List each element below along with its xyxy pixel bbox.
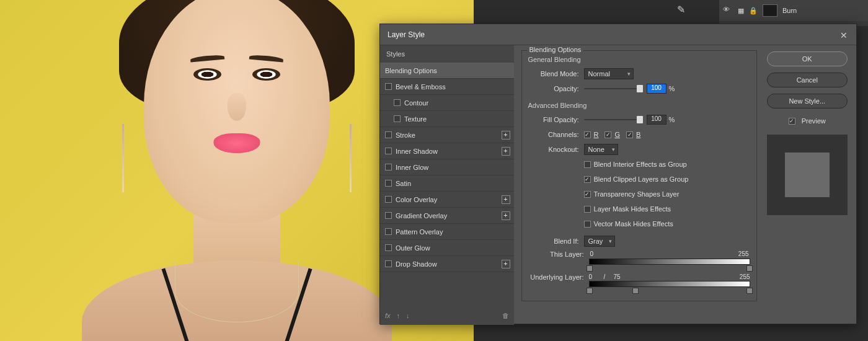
add-icon[interactable]: +	[502, 211, 510, 220]
checkbox[interactable]	[385, 148, 392, 154]
styles-header: Styles	[380, 45, 514, 63]
fill-opacity-input[interactable]: 100	[647, 115, 666, 125]
fill-opacity-slider[interactable]	[584, 119, 643, 120]
layers-panel: 👁 ▦ 🔒 Burn	[719, 0, 868, 26]
checkbox[interactable]	[385, 244, 392, 251]
layer-name[interactable]: Burn	[782, 7, 797, 14]
fill-opacity-label: Fill Opacity:	[528, 116, 584, 123]
checkbox[interactable]	[385, 260, 392, 267]
transparency-shapes-checkbox[interactable]	[584, 191, 591, 198]
this-layer-hi: 255	[738, 250, 749, 257]
blend-if-label: Blend If:	[528, 237, 584, 245]
fx-menu-icon[interactable]: fx	[385, 312, 391, 319]
style-inner-shadow[interactable]: Inner Shadow+	[380, 143, 514, 159]
preview-label: Preview	[802, 117, 826, 125]
style-stroke[interactable]: Stroke+	[380, 127, 514, 143]
blend-mode-select[interactable]: Normal	[584, 68, 634, 79]
add-icon[interactable]: +	[502, 131, 510, 140]
knockout-select[interactable]: None	[584, 144, 618, 155]
add-icon[interactable]: +	[502, 147, 510, 156]
add-icon[interactable]: +	[502, 195, 510, 204]
underlying-hi: 255	[740, 273, 750, 280]
checkbox[interactable]	[385, 196, 392, 203]
portrait-image	[107, 0, 367, 341]
style-bevel-emboss[interactable]: Bevel & Emboss	[380, 79, 514, 95]
dialog-title: Layer Style	[388, 30, 425, 39]
preview-swatch-inner	[785, 153, 830, 197]
close-icon[interactable]: ✕	[840, 30, 849, 39]
visibility-icon[interactable]: 👁	[723, 6, 733, 16]
ok-button[interactable]: OK	[767, 51, 848, 66]
opacity-label: Opacity:	[528, 85, 584, 92]
underlying-mid: 75	[614, 273, 621, 280]
style-outer-glow[interactable]: Outer Glow	[380, 240, 514, 256]
blend-mode-label: Blend Mode:	[528, 70, 584, 78]
gradient-handle-black[interactable]	[587, 288, 593, 294]
channels-label: Channels:	[528, 131, 584, 138]
checkbox[interactable]	[385, 212, 392, 219]
slider-thumb[interactable]	[637, 85, 643, 92]
blend-if-select[interactable]: Gray	[584, 236, 615, 247]
section-title: Blending Options	[527, 46, 584, 53]
style-contour[interactable]: Contour	[380, 95, 514, 111]
channel-b-checkbox[interactable]	[626, 131, 633, 138]
preview-swatch	[767, 135, 848, 215]
this-layer-label: This Layer:	[528, 250, 589, 258]
channel-r-checkbox[interactable]	[584, 131, 591, 138]
this-layer-gradient[interactable]	[589, 259, 750, 265]
this-layer-lo: 0	[590, 250, 594, 257]
style-gradient-overlay[interactable]: Gradient Overlay+	[380, 208, 514, 224]
trash-icon[interactable]: 🗑	[502, 312, 509, 319]
options-panel: Blending Options General Blending Blend …	[514, 45, 764, 325]
general-blending-title: General Blending	[528, 56, 750, 63]
opacity-slider[interactable]	[584, 88, 643, 89]
layer-mask-hides-checkbox[interactable]	[584, 206, 591, 213]
style-texture[interactable]: Texture	[380, 111, 514, 127]
checkbox[interactable]	[385, 228, 392, 235]
layer-thumbnail[interactable]	[763, 4, 777, 17]
dialog-titlebar[interactable]: Layer Style ✕	[380, 24, 856, 45]
dialog-buttons-column: OK Cancel New Style... Preview	[764, 45, 856, 325]
styles-sidebar: Styles Blending Options Bevel & Emboss C…	[380, 45, 514, 325]
layer-style-dialog: Layer Style ✕ Styles Blending Options Be…	[379, 24, 857, 324]
gradient-handle-white[interactable]	[746, 265, 753, 272]
underlying-gradient[interactable]	[589, 281, 750, 287]
style-drop-shadow[interactable]: Drop Shadow+	[380, 256, 514, 272]
move-up-icon[interactable]: ↑	[397, 312, 401, 319]
layer-fx-icon[interactable]: ▦	[738, 7, 744, 15]
underlying-layer-label: Underlying Layer:	[528, 273, 589, 281]
preview-checkbox[interactable]	[789, 118, 795, 125]
brush-tool-icon[interactable]: ✎	[671, 1, 690, 17]
checkbox[interactable]	[385, 164, 392, 170]
style-color-overlay[interactable]: Color Overlay+	[380, 192, 514, 208]
layer-lock-icon[interactable]: 🔒	[749, 7, 758, 15]
vector-mask-hides-checkbox[interactable]	[584, 221, 591, 228]
checkbox[interactable]	[385, 131, 392, 138]
opacity-input[interactable]: 100	[647, 84, 666, 94]
move-down-icon[interactable]: ↓	[406, 312, 410, 319]
styles-footer: fx ↑ ↓ 🗑	[380, 306, 514, 325]
style-inner-glow[interactable]: Inner Glow	[380, 159, 514, 175]
gradient-handle-black[interactable]	[587, 265, 593, 272]
gradient-handle-split[interactable]	[632, 288, 639, 294]
style-blending-options[interactable]: Blending Options	[380, 63, 514, 79]
checkbox[interactable]	[394, 99, 401, 106]
style-satin[interactable]: Satin	[380, 175, 514, 192]
checkbox[interactable]	[394, 115, 401, 122]
layer-row-burn[interactable]: 👁 ▦ 🔒 Burn	[719, 0, 868, 21]
style-pattern-overlay[interactable]: Pattern Overlay	[380, 224, 514, 240]
underlying-lo: 0	[589, 273, 593, 280]
new-style-button[interactable]: New Style...	[767, 94, 848, 108]
blend-interior-checkbox[interactable]	[584, 161, 591, 168]
advanced-blending-title: Advanced Blending	[528, 102, 750, 109]
gradient-handle-white[interactable]	[746, 288, 753, 294]
slider-thumb[interactable]	[637, 116, 643, 123]
add-icon[interactable]: +	[502, 260, 510, 268]
channel-g-checkbox[interactable]	[604, 131, 611, 138]
checkbox[interactable]	[385, 180, 392, 187]
checkbox[interactable]	[385, 83, 392, 90]
knockout-label: Knockout:	[528, 146, 584, 153]
blend-clipped-checkbox[interactable]	[584, 176, 591, 183]
cancel-button[interactable]: Cancel	[767, 73, 848, 87]
